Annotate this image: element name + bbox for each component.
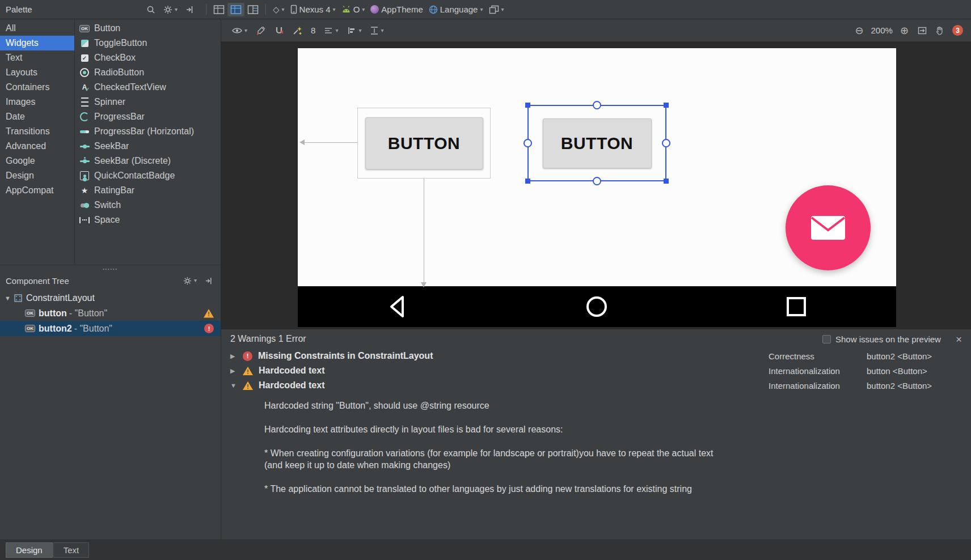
editor-mode-tab[interactable]: Design bbox=[6, 542, 53, 558]
chevron-down-icon: ▾ bbox=[333, 7, 336, 12]
align-menu-button[interactable]: ▾ bbox=[344, 25, 364, 36]
expand-collapse-icon[interactable]: ▼ bbox=[5, 295, 14, 302]
constraint-arrow-left bbox=[302, 142, 357, 143]
palette-category[interactable]: Transitions bbox=[0, 124, 74, 139]
palette-widget-item[interactable]: SeekBar bbox=[75, 139, 221, 154]
language-label: Language bbox=[440, 5, 478, 14]
palette-widget-item[interactable]: CheckBox bbox=[75, 50, 221, 65]
issue-row[interactable]: Missing Constraints in ConstraintLayout … bbox=[221, 349, 971, 363]
nav-back-button[interactable] bbox=[383, 292, 412, 321]
view-options-button[interactable]: ▾ bbox=[229, 26, 250, 36]
palette-search-button[interactable] bbox=[143, 3, 158, 16]
issue-row[interactable]: Hardcoded text Internationalization butt… bbox=[221, 363, 971, 378]
button2-selection[interactable]: BUTTON bbox=[527, 105, 666, 181]
palette-category[interactable]: Date bbox=[0, 109, 74, 124]
expand-collapse-icon[interactable] bbox=[230, 353, 238, 360]
autoconnect-toggle[interactable] bbox=[272, 24, 286, 37]
infer-constraints-button[interactable] bbox=[290, 24, 305, 37]
resize-handle-se[interactable] bbox=[664, 179, 669, 184]
palette-category[interactable]: Images bbox=[0, 95, 74, 109]
palette-widget-item[interactable]: RatingBar bbox=[75, 183, 221, 198]
palette-widget-item[interactable]: Space bbox=[75, 213, 221, 227]
issue-count-badge[interactable]: 3 bbox=[952, 25, 963, 36]
tree-settings-button[interactable]: ▾ bbox=[180, 275, 200, 287]
palette-settings-button[interactable]: ▾ bbox=[161, 3, 180, 16]
palette-category[interactable]: Advanced bbox=[0, 139, 74, 154]
resize-handle-nw[interactable] bbox=[525, 103, 530, 108]
palette-category[interactable]: Text bbox=[0, 50, 74, 65]
constraint-anchor-top[interactable] bbox=[593, 101, 601, 109]
distribute-icon bbox=[370, 26, 378, 35]
orientation-selector[interactable]: ◇ ▾ bbox=[270, 3, 288, 15]
resize-handle-ne[interactable] bbox=[664, 103, 669, 108]
widget-label: Button bbox=[94, 23, 120, 33]
tree-root-constraintlayout[interactable]: ▼ ConstraintLayout bbox=[0, 290, 221, 306]
issue-component: button2 <Button> bbox=[867, 351, 963, 361]
nav-home-button[interactable] bbox=[582, 292, 611, 321]
surface-split-mode-button[interactable] bbox=[244, 3, 261, 16]
constraint-anchor-left[interactable] bbox=[524, 139, 532, 147]
palette-widget-item[interactable]: CheckedTextView bbox=[75, 80, 221, 95]
tree-item[interactable]: button2 - "Button" bbox=[0, 321, 221, 336]
editor-mode-tab[interactable]: Text bbox=[53, 542, 90, 558]
clear-constraints-button[interactable] bbox=[254, 24, 268, 37]
expand-collapse-icon[interactable] bbox=[230, 367, 238, 375]
canvas-button2[interactable]: BUTTON bbox=[543, 118, 652, 168]
surface-design-mode-button[interactable] bbox=[210, 3, 227, 16]
palette-widget-item[interactable]: RadioButton bbox=[75, 65, 221, 80]
palette-widget-item[interactable]: Button bbox=[75, 21, 221, 36]
design-canvas[interactable]: BUTTON BUTTON bbox=[221, 42, 971, 329]
palette-category[interactable]: Widgets bbox=[0, 36, 74, 50]
canvas-button1[interactable]: BUTTON bbox=[365, 117, 483, 169]
palette-widget-item[interactable]: ProgressBar bbox=[75, 109, 221, 124]
language-selector[interactable]: Language ▾ bbox=[426, 3, 486, 16]
palette-widget-item[interactable]: ToggleButton bbox=[75, 36, 221, 50]
constraint-anchor-bottom[interactable] bbox=[593, 177, 601, 185]
device-screen: BUTTON BUTTON bbox=[298, 48, 896, 286]
widget-label: CheckBox bbox=[94, 53, 136, 63]
expand-collapse-icon[interactable] bbox=[230, 382, 238, 389]
issue-row[interactable]: Hardcoded text Internationalization butt… bbox=[221, 378, 971, 393]
surface-blueprint-mode-button[interactable] bbox=[227, 3, 244, 16]
fab-email-button[interactable] bbox=[786, 185, 871, 270]
palette-category[interactable]: Containers bbox=[0, 80, 74, 95]
tree-item[interactable]: button - "Button" bbox=[0, 306, 221, 321]
palette-widget-item[interactable]: Spinner bbox=[75, 95, 221, 109]
tree-item-name: button bbox=[39, 308, 67, 319]
close-icon[interactable]: × bbox=[956, 334, 962, 345]
palette-widget-item[interactable]: SeekBar (Discrete) bbox=[75, 154, 221, 168]
guidelines-menu-button[interactable]: ▾ bbox=[321, 25, 341, 36]
phone-icon bbox=[290, 5, 297, 14]
palette-widget-item[interactable]: ProgressBar (Horizontal) bbox=[75, 124, 221, 139]
button1-bounds[interactable]: BUTTON bbox=[357, 108, 491, 179]
nav-recents-button[interactable] bbox=[782, 292, 811, 321]
widget-icon bbox=[78, 67, 91, 78]
palette-category[interactable]: All bbox=[0, 21, 74, 36]
palette-widget-item[interactable]: Switch bbox=[75, 198, 221, 213]
pan-button[interactable] bbox=[933, 24, 947, 37]
constraint-anchor-right[interactable] bbox=[662, 139, 670, 147]
show-issues-checkbox[interactable] bbox=[822, 335, 831, 343]
tree-items: button - "Button" button2 - "Button" bbox=[0, 306, 221, 336]
tree-dock-button[interactable] bbox=[202, 275, 216, 287]
design-editor: ▾ 8 ▾ ▾ bbox=[221, 19, 971, 540]
palette-widget-item[interactable]: QuickContactBadge bbox=[75, 168, 221, 183]
layout-variant-selector[interactable]: ▾ bbox=[486, 3, 507, 16]
zoom-out-button[interactable]: ⊖ bbox=[852, 24, 866, 37]
palette-dock-button[interactable] bbox=[183, 3, 197, 16]
pack-menu-button[interactable]: ▾ bbox=[368, 24, 386, 37]
zoom-to-fit-button[interactable] bbox=[915, 25, 930, 36]
panel-splitter[interactable]: •••••• bbox=[0, 265, 221, 272]
home-circle-icon bbox=[582, 292, 611, 321]
default-margin-value[interactable]: 8 bbox=[309, 26, 318, 35]
palette-category[interactable]: AppCompat bbox=[0, 183, 74, 198]
theme-selector[interactable]: AppTheme bbox=[368, 3, 425, 16]
zoom-in-button[interactable]: ⊕ bbox=[897, 24, 911, 37]
api-version-selector[interactable]: O ▾ bbox=[339, 3, 368, 16]
device-selector[interactable]: Nexus 4 ▾ bbox=[288, 3, 339, 16]
palette-category[interactable]: Layouts bbox=[0, 65, 74, 80]
palette-category[interactable]: Design bbox=[0, 168, 74, 183]
palette-category[interactable]: Google bbox=[0, 154, 74, 168]
resize-handle-sw[interactable] bbox=[525, 179, 530, 184]
main-toolbar: Palette ▾ ◇ bbox=[0, 0, 971, 19]
